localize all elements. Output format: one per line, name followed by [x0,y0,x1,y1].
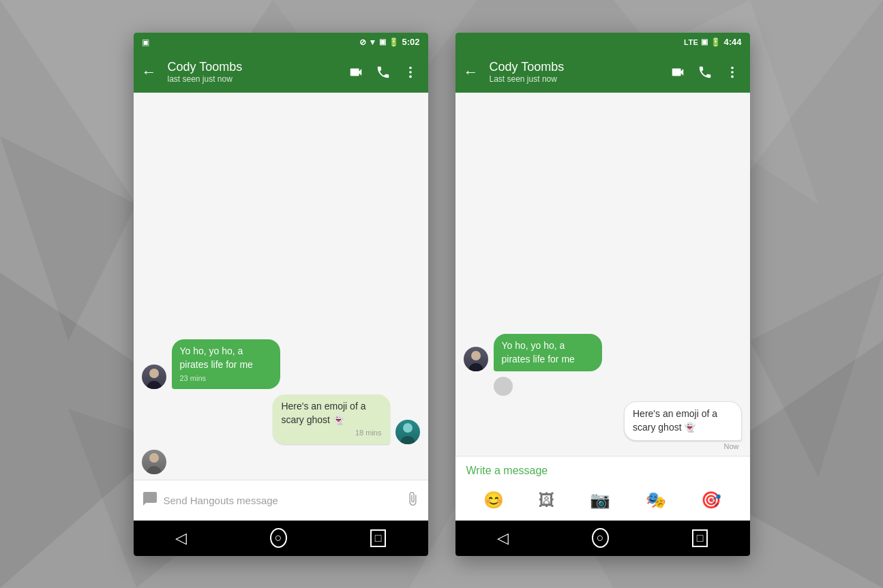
svg-point-16 [731,66,734,69]
nav-back-2[interactable]: ◁ [497,529,509,547]
status-bar-1: ▣ ⊘ ▼ ▣ 🔋 5:02 [134,33,428,52]
emoji-toolbar: 😊 🖼 📷 🎭 🎯 [455,482,750,521]
hangouts-icon [142,491,158,510]
avatar-row-1 [142,450,420,474]
signal-icon: ▣ [379,37,386,46]
svg-point-14 [409,71,412,74]
typing-avatar [494,377,513,396]
message-row-sent-1: Here's an emoji of a scary ghost 👻 18 mi… [142,394,420,444]
voice-call-button-2[interactable] [693,60,717,84]
back-button-1[interactable]: ← [136,58,162,87]
message-row-sent-2: Here's an emoji of a scary ghost 👻 Now [464,401,742,450]
status-right-2: LTE ▣ 🔋 4:44 [684,37,742,47]
input-area-2: Write a message 😊 🖼 📷 🎭 🎯 [455,456,750,521]
sent-wrapper-2: Here's an emoji of a scary ghost 👻 Now [573,401,741,450]
message-time-sent-2: Now [723,442,741,450]
battery-icon: 🔋 [389,37,399,47]
video-call-button-1[interactable] [344,60,368,84]
message-time-received-1: 23 mins [180,373,273,384]
message-text-sent-2: Here's an emoji of a scary ghost 👻 [633,408,717,433]
emoji-icon[interactable]: 😊 [478,488,509,512]
app-bar-actions-1 [344,60,423,84]
avatar-received-1 [142,365,166,389]
chat-area-2: Yo ho, yo ho, a pirates life for me Here… [455,93,750,456]
sim-icon: ▣ [142,37,149,47]
chat-area-1: Yo ho, yo ho, a pirates life for me 23 m… [134,93,428,480]
contact-status-2: Last seen just now [490,74,660,84]
contact-info-1: Cody Toombs last seen just now [168,60,338,84]
status-bar-2: LTE ▣ 🔋 4:44 [455,33,750,52]
contact-name-2: Cody Toombs [490,60,660,74]
contact-name-1: Cody Toombs [168,60,338,74]
camera-icon[interactable]: 📷 [584,488,616,512]
app-bar-2: ← Cody Toombs Last seen just now [455,52,750,93]
message-row-received-2: Yo ho, yo ho, a pirates life for me [464,334,742,371]
bubble-received-1: Yo ho, yo ho, a pirates life for me 23 m… [172,339,327,389]
message-text-received-2: Yo ho, yo ho, a pirates life for me [502,340,575,365]
input-area-1: Send Hangouts message [134,480,428,521]
status-right-1: ⊘ ▼ ▣ 🔋 5:02 [359,37,420,47]
more-options-button-2[interactable] [720,60,745,84]
sticker-icon[interactable]: 🎭 [640,488,672,512]
bubble-received-2: Yo ho, yo ho, a pirates life for me [494,334,649,371]
attachment-icon[interactable] [405,491,420,509]
app-bar-1: ← Cody Toombs last seen just now [134,52,428,93]
avatar-sent-1 [395,420,420,444]
time-1: 5:02 [402,37,419,47]
nav-back-1[interactable]: ◁ [175,529,187,547]
nav-bar-2: ◁ ○ □ [455,521,750,556]
svg-point-15 [409,75,412,78]
message-text-sent-1: Here's an emoji of a scary ghost 👻 [281,401,365,425]
nav-home-2[interactable]: ○ [592,528,609,548]
status-left-1: ▣ [142,37,149,47]
nav-bar-1: ◁ ○ □ [134,521,428,556]
svg-point-18 [731,75,734,78]
message-row-received-1: Yo ho, yo ho, a pirates life for me 23 m… [142,339,420,389]
phone-1: ▣ ⊘ ▼ ▣ 🔋 5:02 ← Cody Toombs last seen j… [134,33,428,556]
svg-point-13 [409,66,412,69]
message-time-sent-1: 18 mins [281,428,381,438]
message-input-1[interactable]: Send Hangouts message [164,495,400,506]
signal-icon-2: ▣ [701,37,708,46]
write-message-field[interactable]: Write a message [455,457,750,482]
no-icon: ⊘ [359,37,366,47]
wifi-icon: ▼ [369,37,377,47]
bubble-text-received-1: Yo ho, yo ho, a pirates life for me 23 m… [172,339,281,389]
typing-indicator-row [464,377,742,396]
nav-home-1[interactable]: ○ [270,528,287,548]
battery-icon-2: 🔋 [710,37,721,47]
sent-wrapper-1: Here's an emoji of a scary ghost 👻 18 mi… [223,394,389,444]
image-icon[interactable]: 🖼 [533,488,560,512]
contact-status-1: last seen just now [168,74,338,84]
phone-2: LTE ▣ 🔋 4:44 ← Cody Toombs Last seen jus… [455,33,750,556]
time-2: 4:44 [723,37,741,47]
avatar-received-2 [464,347,488,371]
avatar-small-1 [142,450,166,474]
lte-label: LTE [684,38,698,46]
app-bar-actions-2 [665,60,745,84]
nav-recent-1[interactable]: □ [370,529,387,547]
message-text-received-1: Yo ho, yo ho, a pirates life for me [180,345,253,370]
bubble-text-sent-2: Here's an emoji of a scary ghost 👻 [624,401,742,440]
svg-point-17 [731,71,734,74]
bubble-text-received-2: Yo ho, yo ho, a pirates life for me [494,334,603,371]
back-button-2[interactable]: ← [458,58,484,87]
nav-recent-2[interactable]: □ [692,529,708,547]
location-icon[interactable]: 🎯 [695,488,727,512]
phones-container: ▣ ⊘ ▼ ▣ 🔋 5:02 ← Cody Toombs last seen j… [134,33,750,556]
voice-call-button-1[interactable] [371,60,395,84]
bubble-text-sent-1: Here's an emoji of a scary ghost 👻 18 mi… [273,394,389,444]
contact-info-2: Cody Toombs Last seen just now [490,60,660,84]
more-options-button-1[interactable] [398,60,423,84]
video-call-button-2[interactable] [665,60,690,84]
